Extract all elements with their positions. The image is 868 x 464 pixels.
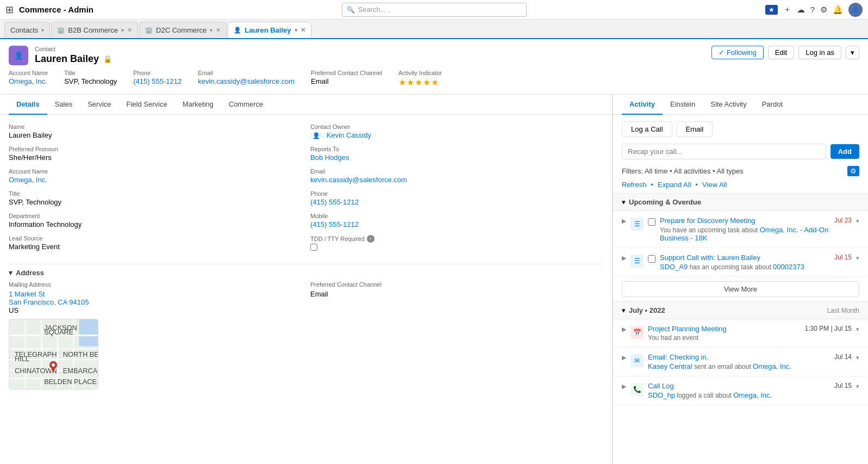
field-owner-link[interactable]: Kevin Cassidy <box>327 131 371 139</box>
tab-b2b-close[interactable]: ✕ <box>127 27 132 34</box>
item-support-checkbox[interactable] <box>648 255 655 263</box>
tab-d2c-close[interactable]: ✕ <box>216 27 221 34</box>
grid-icon[interactable]: ⊞ <box>5 4 14 16</box>
activity-actions: Log a Call Email <box>613 115 868 144</box>
login-button[interactable]: Log in as <box>798 46 841 59</box>
upcoming-chevron[interactable]: ▾ <box>622 198 626 206</box>
field-email-link[interactable]: kevin.cassidy@salesforce.com <box>310 176 407 184</box>
tab-contacts[interactable]: Contacts ▾ <box>4 22 50 38</box>
address-section-header[interactable]: ▾ Address <box>9 264 603 281</box>
street-link[interactable]: 1 Market St <box>9 290 45 298</box>
cloud-icon[interactable]: ☁ <box>797 5 805 15</box>
city-state-link[interactable]: San Francisco, CA 94105 <box>9 298 89 306</box>
user-avatar[interactable]: 👤 <box>848 3 863 17</box>
item-call-sdo-link[interactable]: SDO_hp <box>648 391 675 399</box>
item-discover-expand[interactable]: ▶ <box>622 218 626 225</box>
tab-commerce[interactable]: Commerce <box>221 95 271 115</box>
compose-input[interactable] <box>622 144 826 159</box>
main-content: Details Sales Service Field Service Mark… <box>0 95 868 464</box>
expand-all-link[interactable]: Expand All <box>658 181 691 189</box>
july-chevron[interactable]: ▾ <box>622 306 626 314</box>
tab-field-service[interactable]: Field Service <box>119 95 175 115</box>
tab-service[interactable]: Service <box>80 95 118 115</box>
field-phone: Phone (415) 555-1212 ✏ <box>310 190 603 206</box>
item-discover-link[interactable]: Omega, Inc. - Add-On Business - 18K <box>660 226 828 242</box>
field-tdd-checkbox[interactable] <box>310 244 317 251</box>
item-call-expand[interactable]: ▶ <box>622 383 626 390</box>
item-email-dropdown[interactable]: ▾ <box>856 354 859 361</box>
item-email-omega-link[interactable]: Omega, Inc. <box>753 362 791 370</box>
item-support-task-link[interactable]: 00002373 <box>773 263 804 271</box>
add-icon[interactable]: ＋ <box>783 4 791 15</box>
tab-marketing[interactable]: Marketing <box>175 95 221 115</box>
item-discover-title[interactable]: Prepare for Discovery Meeting <box>660 216 830 225</box>
record-type-label: Contact <box>35 46 705 52</box>
tab-activity[interactable]: Activity <box>622 95 663 115</box>
tab-bar: Contacts ▾ 🏢 B2B Commerce ▾ ✕ 🏢 D2C Comm… <box>0 20 868 39</box>
help-icon[interactable]: ? <box>810 5 815 14</box>
field-phone-link[interactable]: (415) 555-1212 <box>310 198 359 206</box>
tab-b2b-dropdown[interactable]: ▾ <box>121 27 124 33</box>
tab-details[interactable]: Details <box>9 95 47 115</box>
lock-icon: 🔒 <box>103 55 112 63</box>
view-more-button[interactable]: View More <box>622 281 859 297</box>
meta-phone-link[interactable]: (415) 555-1212 <box>133 77 182 85</box>
edit-button[interactable]: Edit <box>768 46 794 59</box>
following-button[interactable]: ✓ Following <box>711 46 764 59</box>
tab-sales[interactable]: Sales <box>47 95 80 115</box>
tab-einstein[interactable]: Einstein <box>663 95 703 115</box>
bell-icon[interactable]: 🔔 <box>833 5 843 15</box>
upcoming-section-header: ▾ Upcoming & Overdue <box>613 193 868 211</box>
left-panel: Details Sales Service Field Service Mark… <box>0 95 613 464</box>
tab-lauren-close[interactable]: ✕ <box>301 27 305 34</box>
favorites-icon[interactable]: ★ <box>765 5 778 15</box>
item-email-kasey-link[interactable]: Kasey Central <box>648 362 692 370</box>
tab-lauren[interactable]: 👤 Lauren Bailey ▾ ✕ <box>228 22 311 38</box>
meta-email-link[interactable]: kevin.cassidy@salesforce.com <box>198 77 295 85</box>
item-support-dropdown[interactable]: ▾ <box>856 255 859 262</box>
filter-settings-icon[interactable]: ⚙ <box>847 166 859 176</box>
tab-d2c[interactable]: 🏢 D2C Commerce ▾ ✕ <box>139 22 227 38</box>
item-email-expand[interactable]: ▶ <box>622 354 626 361</box>
tab-d2c-label: D2C Commerce <box>156 26 207 34</box>
view-all-link[interactable]: View All <box>702 181 727 189</box>
activity-item-email: ▶ ✉ Email: Checking in. Kasey Central se… <box>613 348 868 376</box>
tab-site-activity[interactable]: Site Activity <box>703 95 754 115</box>
field-reports-link[interactable]: Bob Hodges <box>310 153 349 162</box>
item-call-dropdown[interactable]: ▾ <box>856 383 859 390</box>
email-action-button[interactable]: Email <box>677 121 713 137</box>
tab-b2b[interactable]: 🏢 B2B Commerce ▾ ✕ <box>51 22 138 38</box>
field-mobile-link[interactable]: (415) 555-1212 <box>310 220 359 228</box>
map-preview[interactable]: TELEGRAPH HILL CHINATOWN JACKSON SQUARE … <box>9 319 98 389</box>
tab-contacts-dropdown[interactable]: ▾ <box>41 27 44 33</box>
item-support-sdo-link[interactable]: SDO_A9 <box>660 263 688 271</box>
search-bar[interactable]: 🔍 Search... , <box>342 3 527 17</box>
item-email-title[interactable]: Email: Checking in. <box>648 353 830 361</box>
field-title: Title SVP, Technology ✏ <box>9 190 302 206</box>
top-nav: ⊞ Commerce - Admin 🔍 Search... , ★ ＋ ☁ ?… <box>0 0 868 20</box>
item-call-omega-link[interactable]: Omega, Inc. <box>733 391 772 399</box>
item-discover-checkbox[interactable] <box>648 218 655 226</box>
meta-title: Title SVP, Technology <box>64 70 117 88</box>
item-support-title[interactable]: Support Call with: Lauren Bailey <box>660 253 830 262</box>
tab-pardot[interactable]: Pardot <box>754 95 790 115</box>
svg-text:EMBARCADERO: EMBARCADERO <box>63 367 98 375</box>
refresh-link[interactable]: Refresh <box>622 181 647 189</box>
field-tdd: TDD / TTY Required i ✏ <box>310 235 603 251</box>
item-planning-expand[interactable]: ▶ <box>622 326 626 333</box>
tab-d2c-dropdown[interactable]: ▾ <box>210 27 213 33</box>
settings-icon[interactable]: ⚙ <box>820 5 827 15</box>
add-button[interactable]: Add <box>830 144 859 159</box>
item-planning-title[interactable]: Project Planning Meeting <box>648 325 801 333</box>
item-discover-dropdown[interactable]: ▾ <box>856 218 859 225</box>
item-planning-dropdown[interactable]: ▾ <box>856 326 859 333</box>
meta-account-link[interactable]: Omega, Inc. <box>9 77 48 85</box>
field-account-link[interactable]: Omega, Inc. <box>9 176 47 184</box>
log-call-button[interactable]: Log a Call <box>622 121 672 137</box>
tab-lauren-dropdown[interactable]: ▾ <box>295 27 297 33</box>
fields-right-col: Contact Owner 👤 Kevin Cassidy ✏ Reports … <box>310 123 603 251</box>
field-department: Department Information Technology ✏ <box>9 213 302 228</box>
item-support-expand[interactable]: ▶ <box>622 255 626 262</box>
item-call-title[interactable]: Call Log <box>648 382 830 390</box>
more-actions-button[interactable]: ▾ <box>846 46 859 59</box>
